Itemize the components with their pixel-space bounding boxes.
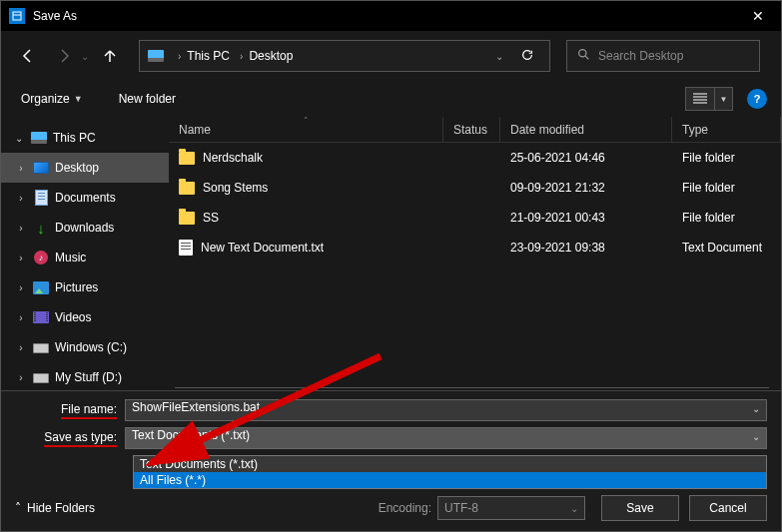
address-bar[interactable]: › This PC › Desktop ⌄ <box>139 40 550 72</box>
svg-rect-0 <box>13 12 21 20</box>
column-date[interactable]: Date modified <box>500 117 672 142</box>
history-dropdown-icon[interactable]: ⌄ <box>81 51 89 62</box>
breadcrumb-root[interactable]: This PC <box>187 49 230 63</box>
expand-icon[interactable]: › <box>15 342 27 353</box>
organize-label: Organize <box>21 92 70 106</box>
hide-folders-button[interactable]: ˄ Hide Folders <box>15 501 95 515</box>
tree-label: This PC <box>53 131 96 145</box>
window-title: Save As <box>33 9 735 23</box>
file-type: File folder <box>672 181 781 195</box>
saveastype-row: Save as type: Text Documents (*.txt) ⌄ <box>15 427 767 449</box>
file-area: Name ˄ Status Date modified Type Nerdsch… <box>169 117 781 390</box>
file-list[interactable]: Nerdschalk25-06-2021 04:46File folderSon… <box>169 143 781 390</box>
titlebar: Save As ✕ <box>1 1 781 31</box>
filename-value: ShowFileExtensions.bat <box>132 400 260 414</box>
tree-documents[interactable]: › Documents <box>1 183 169 213</box>
refresh-button[interactable] <box>513 48 541 65</box>
filetype-option-all[interactable]: All Files (*.*) <box>134 472 766 488</box>
saveastype-label: Save as type: <box>15 430 125 447</box>
tree-label: My Stuff (D:) <box>55 370 122 384</box>
tree-music[interactable]: › ♪ Music <box>1 243 169 272</box>
file-type: File folder <box>672 151 781 165</box>
file-date: 25-06-2021 04:46 <box>500 151 672 165</box>
file-row[interactable]: New Text Document.txt23-09-2021 09:38Tex… <box>169 233 781 263</box>
desktop-icon <box>33 160 49 176</box>
forward-button[interactable] <box>49 41 79 71</box>
sort-asc-icon: ˄ <box>304 117 309 126</box>
expand-icon[interactable]: › <box>15 193 27 204</box>
tree-downloads[interactable]: › ↓ Downloads <box>1 213 169 243</box>
tree-label: Documents <box>55 191 116 205</box>
address-dropdown-icon[interactable]: ⌄ <box>495 51 503 62</box>
breadcrumb-leaf[interactable]: Desktop <box>249 49 293 63</box>
view-dropdown-button[interactable]: ▼ <box>715 87 733 111</box>
cancel-label: Cancel <box>709 501 746 515</box>
tree-drive-c[interactable]: › Windows (C:) <box>1 332 169 362</box>
file-date: 21-09-2021 00:43 <box>500 211 672 225</box>
folder-icon <box>179 152 195 165</box>
tree-drive-d[interactable]: › My Stuff (D:) <box>1 362 169 390</box>
file-name: New Text Document.txt <box>201 241 324 255</box>
hide-folders-label: Hide Folders <box>27 501 95 515</box>
filename-label: File name: <box>15 402 125 419</box>
folder-icon <box>179 212 195 225</box>
chevron-right-icon: › <box>240 51 243 62</box>
saveastype-dropdown: Text Documents (*.txt) All Files (*.*) <box>133 455 767 489</box>
chevron-down-icon[interactable]: ⌄ <box>752 403 760 414</box>
tree-label: Desktop <box>55 161 99 175</box>
close-button[interactable]: ✕ <box>735 1 781 31</box>
save-as-dialog: Save As ✕ ⌄ › This PC › Desktop ⌄ <box>0 0 782 532</box>
search-box[interactable] <box>566 40 760 72</box>
documents-icon <box>33 190 49 206</box>
column-name[interactable]: Name ˄ <box>169 117 443 142</box>
chevron-up-icon: ˄ <box>15 501 21 515</box>
expand-icon[interactable]: › <box>15 223 27 234</box>
encoding-value: UTF-8 <box>444 501 478 515</box>
tree-label: Pictures <box>55 280 98 294</box>
save-label: Save <box>626 501 653 515</box>
column-status[interactable]: Status <box>443 117 500 142</box>
app-icon <box>9 8 25 24</box>
tree-label: Videos <box>55 310 91 324</box>
file-row[interactable]: Song Stems09-09-2021 21:32File folder <box>169 173 781 203</box>
expand-icon[interactable]: › <box>15 163 27 174</box>
save-button[interactable]: Save <box>601 495 679 521</box>
expand-icon[interactable]: › <box>15 372 27 383</box>
tree-label: Windows (C:) <box>55 340 127 354</box>
filename-row: File name: ShowFileExtensions.bat ⌄ <box>15 399 767 421</box>
tree-pictures[interactable]: › Pictures <box>1 272 169 302</box>
search-input[interactable] <box>598 49 749 63</box>
separator-line <box>175 387 769 388</box>
up-button[interactable] <box>95 41 125 71</box>
expand-icon[interactable]: › <box>15 282 27 293</box>
saveastype-select[interactable]: Text Documents (*.txt) ⌄ <box>125 427 767 449</box>
organize-button[interactable]: Organize ▼ <box>15 88 89 110</box>
expand-icon[interactable]: › <box>15 253 27 264</box>
view-button[interactable] <box>685 87 715 111</box>
file-name: SS <box>203 211 219 225</box>
encoding-select[interactable]: UTF-8 ⌄ <box>437 496 585 520</box>
folder-icon <box>179 182 195 195</box>
tree-videos[interactable]: › Videos <box>1 302 169 332</box>
chevron-down-icon[interactable]: ⌄ <box>752 431 760 442</box>
column-label: Name <box>179 123 211 137</box>
cancel-button[interactable]: Cancel <box>689 495 767 521</box>
chevron-right-icon: › <box>178 51 181 62</box>
new-folder-button[interactable]: New folder <box>113 88 182 110</box>
filetype-option-txt[interactable]: Text Documents (*.txt) <box>134 456 766 472</box>
sidebar: ⌄ This PC › Desktop › Documents › ↓ Down… <box>1 117 169 390</box>
help-button[interactable]: ? <box>747 89 767 109</box>
column-type[interactable]: Type <box>672 117 781 142</box>
file-row[interactable]: SS21-09-2021 00:43File folder <box>169 203 781 233</box>
tree-this-pc[interactable]: ⌄ This PC <box>1 123 169 153</box>
collapse-icon[interactable]: ⌄ <box>13 133 25 144</box>
filename-input[interactable]: ShowFileExtensions.bat ⌄ <box>125 399 767 421</box>
tree-desktop[interactable]: › Desktop <box>1 153 169 183</box>
expand-icon[interactable]: › <box>15 312 27 323</box>
downloads-icon: ↓ <box>33 220 49 236</box>
file-date: 09-09-2021 21:32 <box>500 181 672 195</box>
search-icon <box>577 48 590 64</box>
file-type: File folder <box>672 211 781 225</box>
back-button[interactable] <box>13 41 43 71</box>
file-row[interactable]: Nerdschalk25-06-2021 04:46File folder <box>169 143 781 173</box>
